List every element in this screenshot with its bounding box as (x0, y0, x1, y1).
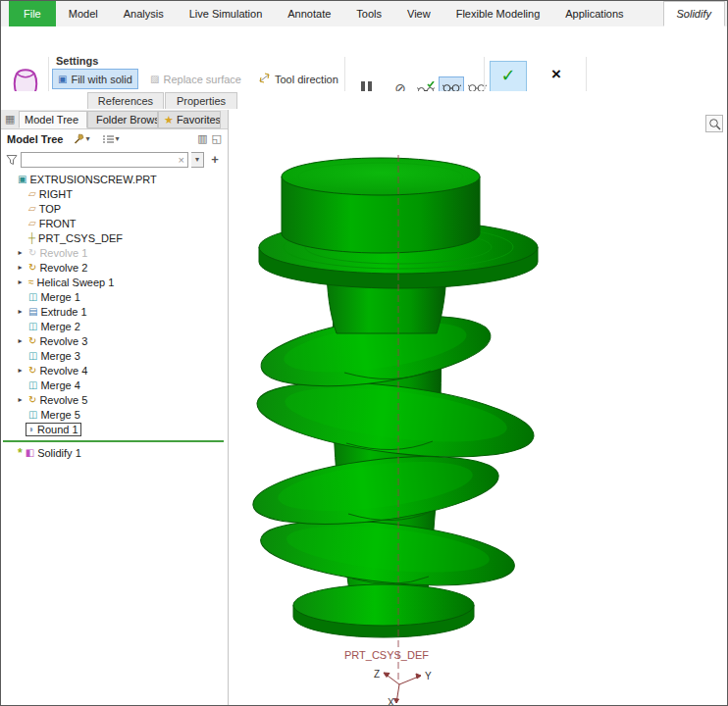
tree-item-merge-3[interactable]: ◫Merge 3 (1, 348, 228, 363)
tab-properties[interactable]: Properties (165, 92, 237, 109)
tree-item-label: Merge 5 (40, 409, 79, 421)
tree-item-merge-4[interactable]: ◫Merge 4 (1, 378, 228, 392)
insert-indicator-line[interactable] (3, 440, 224, 442)
tree-item-revolve-5[interactable]: ▸↻Revolve 5 (1, 392, 228, 407)
settings-wand-icon (74, 133, 84, 144)
csys-label: PRT_CSYS_DEF (344, 649, 429, 661)
star-icon: ★ (164, 112, 174, 128)
axis-y-label: Y (425, 671, 432, 681)
tab-model-tree[interactable]: Model Tree (19, 111, 87, 128)
filter-funnel-icon[interactable] (6, 154, 18, 166)
extrude-icon: ▤ (28, 307, 37, 317)
tab-references[interactable]: References (87, 92, 164, 109)
magnifier-icon (708, 118, 721, 130)
tab-annotate[interactable]: Annotate (275, 1, 343, 26)
part-icon: ▣ (18, 175, 26, 184)
expand-arrow-icon[interactable]: ▸ (15, 336, 26, 345)
expand-arrow-icon[interactable]: ▸ (15, 307, 26, 316)
tree-settings-button[interactable]: ▾ (71, 132, 92, 145)
navigator-grid-icon[interactable]: ▦ (5, 113, 15, 126)
tree-columns-button[interactable]: ▥ (197, 132, 207, 145)
tree-item-helical-sweep-1[interactable]: ▸≈Helical Sweep 1 (1, 275, 228, 289)
model-tree-title: Model Tree (7, 133, 63, 145)
tab-analysis[interactable]: Analysis (111, 1, 177, 26)
tree-item-extrusionscrew-prt[interactable]: ▣EXTRUSIONSCREW.PRT (1, 172, 228, 186)
tab-view[interactable]: View (394, 1, 443, 26)
tree-item-prt-csys-def[interactable]: ┼PRT_CSYS_DEF (1, 230, 228, 245)
tree-show-button[interactable]: ▾ (100, 133, 122, 145)
tree-item-label: Merge 4 (40, 379, 79, 391)
axis-x-label: X (388, 697, 394, 706)
tree-item-label: Extrude 1 (40, 306, 86, 318)
panel-dock-button[interactable]: ◱ (212, 132, 222, 145)
replace-surface-button[interactable]: ▨ Replace surface (144, 69, 247, 89)
tree-item-revolve-3[interactable]: ▸↻Revolve 3 (1, 333, 228, 348)
expand-arrow-icon[interactable]: ▸ (15, 366, 26, 375)
new-feature-badge-icon: * (18, 449, 23, 457)
settings-group-label: Settings (56, 55, 98, 67)
csys-marker[interactable]: PRT_CSYS_DEF Z Y X (344, 649, 432, 706)
tree-item-merge-2[interactable]: ◫Merge 2 (1, 319, 228, 333)
model-tree-header: Model Tree ▾ ▾ ▥ (1, 128, 228, 149)
tool-direction-button[interactable]: Tool direction (252, 69, 344, 89)
tree-filter-input[interactable] (22, 154, 176, 166)
favorites-tab-label: Favorites (177, 112, 221, 128)
tree-item-revolve-4[interactable]: ▸↻Revolve 4 (1, 363, 228, 378)
fill-with-solid-button[interactable]: ▣ Fill with solid (52, 69, 138, 89)
expand-arrow-icon[interactable]: ▸ (15, 395, 26, 404)
expand-arrow-icon[interactable]: ▸ (15, 248, 26, 257)
tree-item-solidify-1[interactable]: * ◧ Solidify 1 (4, 445, 228, 460)
list-icon (103, 134, 114, 144)
clear-filter-icon[interactable]: × (176, 154, 187, 166)
filter-dropdown-button[interactable]: ▾ (191, 152, 204, 168)
revolve-icon: ↻ (28, 366, 36, 376)
tree-item-label: Revolve 2 (39, 262, 87, 274)
tree-item-label: Revolve 1 (39, 247, 87, 259)
tab-tools[interactable]: Tools (343, 1, 394, 26)
tree-item-label: Merge 3 (40, 350, 79, 362)
navigator-tab-bar: ▦ Model Tree Folder Browser ★ Favorites (1, 110, 228, 129)
merge-icon: ◫ (28, 322, 37, 331)
expand-arrow-icon[interactable]: ▸ (15, 277, 26, 286)
chevron-down-icon: ▾ (85, 134, 89, 143)
tree-item-round-1[interactable]: ◗Round 1 (1, 422, 228, 436)
axis-z-label: Z (374, 669, 380, 680)
tab-file[interactable]: File (9, 1, 56, 26)
tab-live-simulation[interactable]: Live Simulation (177, 1, 276, 26)
plane-icon: ▱ (28, 219, 36, 228)
tab-applications[interactable]: Applications (552, 1, 636, 26)
plane-icon: ▱ (28, 204, 36, 214)
graphics-area[interactable]: PRT_CSYS_DEF Z Y X (229, 110, 727, 705)
replace-surface-label: Replace surface (163, 74, 241, 85)
tree-item-revolve-1[interactable]: ▸↻Revolve 1 (1, 245, 228, 260)
cancel-x-icon: × (533, 61, 580, 88)
tree-item-label: Revolve 4 (39, 365, 87, 377)
viewport-magnifier-button[interactable] (705, 115, 723, 132)
fill-with-solid-icon: ▣ (58, 75, 67, 84)
ok-check-icon: ✓ (491, 62, 526, 89)
folder-browser-tab-label: Folder Browser (96, 112, 158, 128)
tab-flexible-modeling[interactable]: Flexible Modeling (443, 1, 553, 26)
replace-surface-icon: ▨ (150, 75, 159, 84)
expand-arrow-icon[interactable]: ▸ (15, 263, 26, 272)
tree-item-right[interactable]: ▱RIGHT (1, 186, 228, 201)
tab-favorites[interactable]: ★ Favorites (158, 111, 221, 128)
tree-item-front[interactable]: ▱FRONT (1, 216, 228, 230)
tree-item-top[interactable]: ▱TOP (1, 201, 228, 216)
tab-model[interactable]: Model (56, 1, 111, 26)
tool-direction-icon (258, 73, 271, 85)
tree-filter-field: × (21, 152, 188, 168)
model-3d-screw: PRT_CSYS_DEF Z Y X (229, 110, 728, 706)
tab-folder-browser[interactable]: Folder Browser (87, 111, 158, 128)
tab-solidify[interactable]: Solidify (663, 1, 725, 26)
tree-item-label: Revolve 5 (39, 394, 87, 406)
chevron-down-icon: ▾ (115, 134, 119, 143)
solidify-dashboard: Settings ▣ Fill with solid ▨ Remove mate… (1, 26, 727, 91)
tree-item-label: Revolve 3 (39, 335, 87, 347)
tree-item-extrude-1[interactable]: ▸▤Extrude 1 (1, 304, 228, 319)
tree-item-revolve-2[interactable]: ▸↻Revolve 2 (1, 260, 228, 275)
tree-item-merge-1[interactable]: ◫Merge 1 (1, 289, 228, 304)
add-filter-button[interactable]: + (207, 152, 223, 167)
tree-item-merge-5[interactable]: ◫Merge 5 (1, 407, 228, 422)
revolve-icon: ↻ (28, 263, 36, 273)
